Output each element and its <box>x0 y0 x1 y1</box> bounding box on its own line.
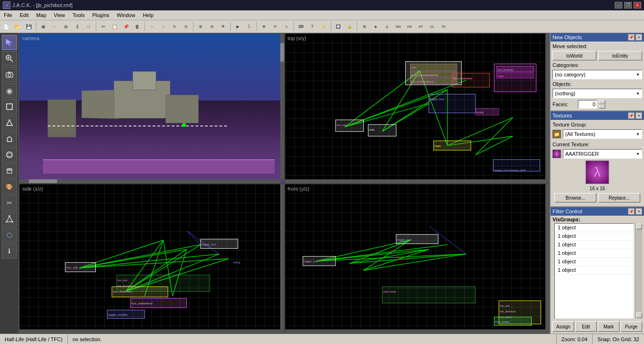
cylinder-tool-button[interactable] <box>2 163 17 178</box>
nowrap-button[interactable]: NW <box>393 21 403 32</box>
extra-button[interactable]: TR <box>438 21 449 32</box>
menu-view[interactable]: View <box>50 11 69 19</box>
grid-dots-button[interactable]: ⋯ <box>50 21 60 32</box>
cut-button[interactable]: ✂ <box>98 21 109 32</box>
open-file-button[interactable]: 📂 <box>12 21 23 32</box>
visgroup-item-6[interactable]: 1 object <box>555 266 634 275</box>
front-vscroll[interactable] <box>545 184 549 334</box>
clip-tool-button[interactable]: ✂ <box>2 195 17 210</box>
snap-vertex-button[interactable]: ◈ <box>370 21 381 32</box>
objects-dropdown[interactable]: (nothing) ▼ <box>552 89 642 98</box>
close-button[interactable]: ✕ <box>634 2 641 8</box>
vertex-tool-button[interactable] <box>2 211 17 227</box>
camera-viewport[interactable]: camera <box>19 33 284 184</box>
top-hscroll[interactable] <box>285 179 550 183</box>
menu-window[interactable]: Window <box>113 11 139 19</box>
menu-map[interactable]: Map <box>33 11 50 19</box>
delete-button[interactable]: 🗑 <box>132 21 142 32</box>
measure-button[interactable]: 📏 <box>318 21 329 32</box>
entity-tool-button[interactable]: ◉ <box>2 83 17 98</box>
scale-button[interactable]: ⤡ <box>281 21 292 32</box>
move-button[interactable]: ✥ <box>259 21 269 32</box>
flip-y-button[interactable]: ↕ <box>158 21 168 32</box>
camera-hscroll[interactable] <box>19 179 280 183</box>
side-vscroll[interactable] <box>280 184 284 334</box>
faces-down-button[interactable]: ▼ <box>599 104 605 109</box>
3d-button[interactable]: 3D <box>296 21 306 32</box>
info-tool-button[interactable]: ℹ <box>2 243 17 259</box>
visgroup-item-1[interactable]: 1 object <box>555 224 634 232</box>
minimize-button[interactable]: ─ <box>615 2 622 8</box>
visgroups-scroll-up-button[interactable]: ▲ <box>636 224 642 229</box>
save-file-button[interactable]: 💾 <box>24 21 34 32</box>
top-vscroll[interactable] <box>545 34 549 183</box>
visgroup-item-4[interactable]: 1 object <box>555 249 634 258</box>
menu-help[interactable]: Help <box>139 11 158 19</box>
side-viewport[interactable]: func_wall func_illusionary func_ladderbl… <box>19 184 284 334</box>
browse-button[interactable]: Browse... <box>554 193 596 202</box>
hint2-button[interactable]: RT <box>416 21 426 32</box>
menu-plugins[interactable]: Plugins <box>88 11 113 19</box>
visgroups-list[interactable]: 1 object 1 object 1 object 1 object 1 ob… <box>554 223 634 319</box>
current-texture-dropdown[interactable]: AAATRIGGER ▼ <box>563 149 642 159</box>
run-button[interactable]: 🏃 <box>244 21 254 32</box>
new-objects-close-button[interactable]: ✕ <box>636 34 642 41</box>
grid-toggle-button[interactable]: ▦ <box>38 21 49 32</box>
lock-button[interactable]: 🔒 <box>344 21 355 32</box>
camera-tool-button[interactable] <box>2 67 17 82</box>
menu-file[interactable]: File <box>0 11 16 19</box>
front-hscroll[interactable] <box>285 329 550 333</box>
paste-button[interactable]: 📌 <box>121 21 131 32</box>
visgroups-scrollbar[interactable]: ▲ ▼ <box>636 223 642 319</box>
grid-none-button[interactable]: □ <box>84 21 94 32</box>
edit-button[interactable]: Edit <box>575 321 597 332</box>
clip-button[interactable]: CL <box>427 21 437 32</box>
top-viewport[interactable]: hurt func_illusionary[das1] func_illusio… <box>284 33 550 184</box>
camera-vscroll[interactable] <box>280 34 284 179</box>
align-button[interactable]: ⊡ <box>181 21 191 32</box>
text-tool-button[interactable]: T <box>307 21 318 32</box>
textures-close-button[interactable]: ✕ <box>636 112 642 119</box>
faces-up-button[interactable]: ▲ <box>599 100 605 104</box>
zoom-tool-button[interactable] <box>2 51 17 66</box>
hint1-button[interactable]: HN <box>404 21 415 32</box>
flip-x-button[interactable]: ↔ <box>147 21 157 32</box>
visgroup-item-2[interactable]: 1 object <box>555 232 634 241</box>
rotate2-button[interactable]: ⟳ <box>270 21 280 32</box>
grid-cross-button[interactable]: ╬ <box>72 21 83 32</box>
wedge-tool-button[interactable] <box>2 115 17 130</box>
filter-pin-button[interactable]: 📌 <box>628 208 635 215</box>
ungroup-button[interactable]: ⊟ <box>207 21 217 32</box>
menu-edit[interactable]: Edit <box>16 11 33 19</box>
snap-button[interactable]: 🔲 <box>333 21 343 32</box>
new-file-button[interactable]: 📄 <box>1 21 11 32</box>
categories-dropdown[interactable]: (no category) ▼ <box>552 70 642 79</box>
group-button[interactable]: ⊞ <box>195 21 206 32</box>
path-tool-button[interactable]: ⬡ <box>2 227 17 243</box>
to-entity-button[interactable]: toEntity <box>598 51 642 60</box>
visgroups-scroll-down-button[interactable]: ▼ <box>636 312 642 318</box>
textures-pin-button[interactable]: 📌 <box>628 112 635 119</box>
faces-input[interactable] <box>578 100 597 109</box>
menu-tools[interactable]: Tools <box>69 11 89 19</box>
new-objects-pin-button[interactable]: 📌 <box>628 34 635 41</box>
mark-button[interactable]: Mark <box>598 321 619 332</box>
front-viewport[interactable]: trigger_hurt trigger_hurt func_wall func… <box>284 184 550 334</box>
copy-button[interactable]: 📋 <box>109 21 120 32</box>
assign-button[interactable]: Assign <box>552 321 574 332</box>
snap-angle-button[interactable]: ∠ <box>382 21 392 32</box>
rotate-button[interactable]: ↻ <box>169 21 180 32</box>
snap-grid-button[interactable]: ⊞ <box>359 21 369 32</box>
grid-lines-button[interactable]: ▤ <box>61 21 71 32</box>
visgroup-item-5[interactable]: 1 object <box>555 258 634 266</box>
replace-button[interactable]: Replace... <box>598 193 640 202</box>
sphere-tool-button[interactable] <box>2 147 17 162</box>
compile-button[interactable]: ▶ <box>233 21 243 32</box>
side-hscroll[interactable] <box>19 329 284 333</box>
purge-button[interactable]: Purge <box>620 321 642 332</box>
texture-app-button[interactable]: 🎨 <box>2 179 17 194</box>
to-world-button[interactable]: toWorld <box>552 51 596 60</box>
visgroup-item-3[interactable]: 1 object <box>555 241 634 249</box>
block-tool-button[interactable] <box>2 99 17 114</box>
arch-tool-button[interactable] <box>2 131 17 146</box>
